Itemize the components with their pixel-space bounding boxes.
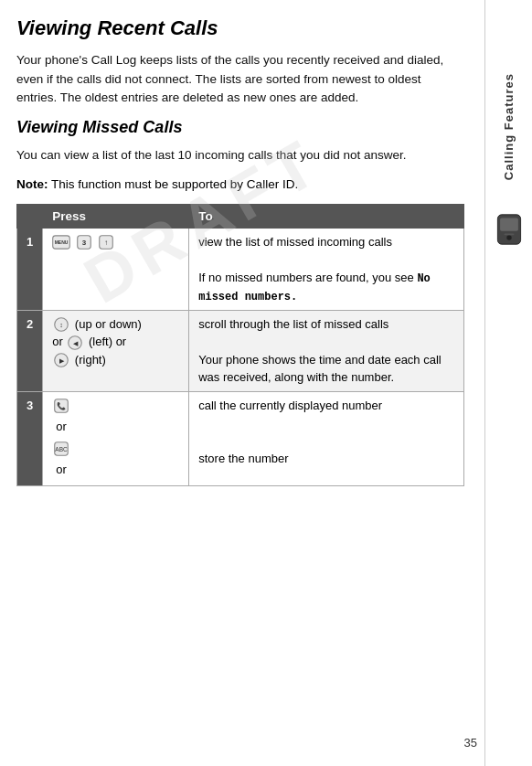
row2-to-line2: Your phone shows the time and date each … — [198, 351, 454, 387]
svg-rect-19 — [504, 234, 514, 236]
phone-icon — [493, 213, 526, 246]
note-content: This function must be supported by Calle… — [48, 177, 299, 191]
page-title: Viewing Recent Calls — [16, 16, 464, 40]
row3-to: call the currently displayed number stor… — [189, 391, 464, 485]
3-key-icon: 3 — [75, 235, 93, 250]
table-row: 3 📞 or — [17, 391, 464, 485]
table-row: 1 MENU 3 — [17, 228, 464, 310]
page-number: 35 — [464, 736, 477, 750]
or-text-2: or — [52, 461, 179, 479]
page-container: DRAFT Viewing Recent Calls Your phone's … — [0, 0, 532, 766]
svg-text:📞: 📞 — [57, 401, 66, 410]
note-label: Note: — [16, 177, 48, 191]
nav-key: ↕ — [52, 317, 75, 331]
no-missed-text: No missed numbers. — [198, 272, 431, 303]
svg-text:MENU: MENU — [55, 239, 69, 245]
phone-icon-wrap — [493, 213, 526, 246]
svg-text:ABC: ABC — [56, 446, 69, 452]
row2-press: ↕ (up or down) or ◀ (left) or ▶ — [43, 310, 189, 391]
right-label: (right) — [75, 353, 106, 367]
col-to-header: To — [189, 204, 464, 228]
table-row: 2 ↕ (up or down) or ◀ — [17, 310, 464, 391]
row3-to-line2: store the number — [198, 450, 454, 468]
row1-to-line2: If no missed numbers are found, you see … — [198, 269, 454, 305]
row-num-3: 3 — [17, 391, 43, 485]
row2-to: scroll through the list of missed calls … — [189, 310, 464, 391]
col-num-header — [17, 204, 43, 228]
call-key-icon: 📞 — [52, 399, 70, 413]
or-text-1: or — [52, 418, 179, 436]
sidebar-label: Calling Features — [502, 73, 516, 180]
left-label: (left) or — [89, 335, 126, 348]
row1-press: MENU 3 ↑ — [43, 228, 189, 310]
up-or-down-label: (up or down) — [75, 317, 142, 331]
row3-press: 📞 or ABC or — [43, 391, 189, 485]
svg-text:3: 3 — [82, 239, 87, 247]
row1-to: view the list of missed incoming calls I… — [189, 228, 464, 310]
menu-key-icon: MENU — [52, 235, 70, 250]
body-paragraph-2: You can view a list of the last 10 incom… — [16, 146, 464, 165]
up-key-icon: ↑ — [97, 235, 115, 250]
body-paragraph-1: Your phone's Call Log keeps lists of the… — [16, 51, 464, 107]
right-sidebar: Calling Features — [484, 0, 532, 766]
svg-rect-17 — [500, 218, 518, 231]
left-key-icon: ◀ — [66, 335, 84, 350]
svg-point-18 — [506, 235, 511, 239]
section-title: Viewing Missed Calls — [16, 118, 464, 137]
row3-store-key: ABC — [52, 440, 179, 458]
row3-to-line1: call the currently displayed number — [198, 397, 454, 415]
row-num-2: 2 — [17, 310, 43, 391]
svg-text:↑: ↑ — [104, 239, 108, 247]
note: Note: This function must be supported by… — [16, 176, 464, 194]
row2-to-line1: scroll through the list of missed calls — [198, 315, 454, 334]
col-press-header: Press — [43, 204, 189, 228]
svg-text:↕: ↕ — [59, 321, 63, 329]
right-key-icon: ▶ — [52, 353, 70, 367]
main-content: Viewing Recent Calls Your phone's Call L… — [16, 16, 464, 486]
store-key-icon: ABC — [52, 442, 70, 456]
row1-to-line1: view the list of missed incoming calls — [198, 233, 454, 251]
row3-call-key: 📞 — [52, 397, 179, 415]
menu-key: MENU 3 ↑ — [52, 235, 116, 249]
press-table: Press To 1 MENU — [16, 204, 464, 486]
or-label-1: or — [52, 335, 66, 348]
row-num-1: 1 — [17, 228, 43, 310]
updown-key-icon: ↕ — [52, 317, 70, 332]
